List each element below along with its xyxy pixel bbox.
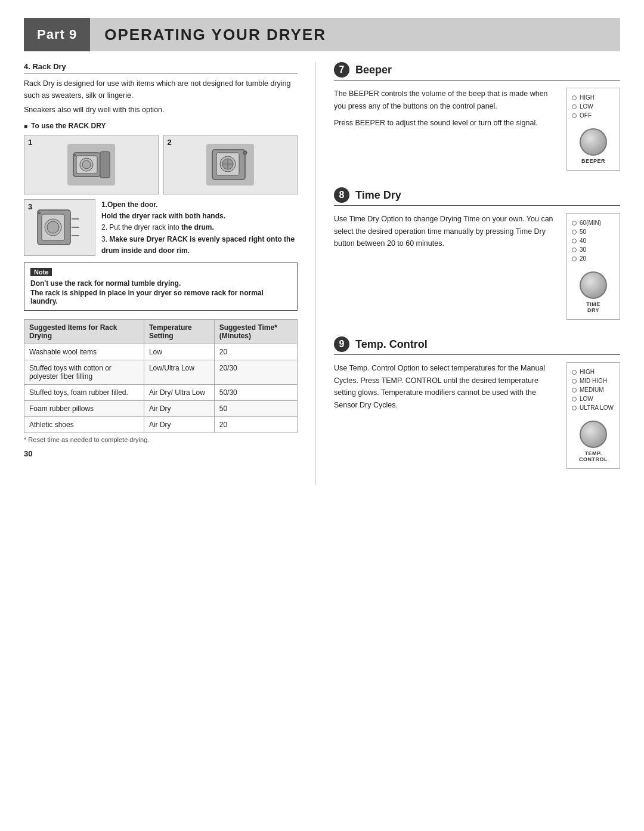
svg-rect-4 <box>100 152 110 178</box>
control-option-30: 30 <box>572 246 615 253</box>
option-label: OFF <box>580 112 592 119</box>
rack-dry-intro2: Sneakers also will dry well with this op… <box>24 104 298 116</box>
control-panel-temp_control: HIGHMID HIGHMEDIUMLOWULTRA LOWTEMP. CONT… <box>566 362 620 469</box>
table-cell-item: Washable wool items <box>24 344 144 360</box>
rack-step3-instructions: 1.Open the door. Hold the dryer rack wit… <box>101 199 298 257</box>
step3-line2: Hold the dryer rack with both hands. <box>101 212 225 220</box>
temp_control-button-label: TEMP. CONTROL <box>579 450 608 462</box>
option-label: LOW <box>580 103 593 110</box>
svg-point-12 <box>243 151 247 155</box>
control-option-low: LOW <box>572 103 615 110</box>
option-label: 30 <box>580 246 586 253</box>
section-temp_control: 9 Temp. Control Use Temp. Control Option… <box>334 336 620 469</box>
section-number-time_dry: 8 <box>334 187 349 203</box>
to-use-rack-label: To use the RACK DRY <box>24 122 298 130</box>
step2-img-placeholder <box>206 144 254 186</box>
control-option-40: 40 <box>572 237 615 244</box>
table-cell-item: Foam rubber pillows <box>24 400 144 416</box>
left-column: 4. Rack Dry Rack Dry is designed for use… <box>24 62 316 486</box>
table-row: Foam rubber pillows Air Dry 50 <box>24 400 298 416</box>
step3-num: 3 <box>28 202 32 211</box>
step1-img-placeholder <box>67 144 115 186</box>
radio-circle <box>572 239 577 243</box>
control-option-high: HIGH <box>572 369 615 375</box>
radio-circle <box>572 379 577 384</box>
step2-num: 2 <box>168 138 172 147</box>
dryer-step2-svg <box>209 147 251 183</box>
option-label: 40 <box>580 237 586 244</box>
beeper-button[interactable] <box>580 128 607 156</box>
section-beeper: 7 Beeper The BEEPER controls the volume … <box>334 62 620 171</box>
rack-step3-row: 3 1.Open the door. Hold the dryer ra <box>24 199 298 257</box>
svg-point-3 <box>82 160 91 169</box>
section-title-beeper: Beeper <box>355 64 392 76</box>
time_dry-button-label: TIME DRY <box>586 301 600 313</box>
control-option-ultralow: ULTRA LOW <box>572 404 615 411</box>
section-beeper-text: The BEEPER controls the volume of the be… <box>334 88 558 171</box>
table-cell-time: 50/30 <box>214 384 297 400</box>
table-cell-time: 20 <box>214 344 297 360</box>
control-panel-time_dry: 60(MIN)50403020TIME DRY <box>566 213 620 320</box>
section-time_dry-text: Use Time Dry Option to change Drying Tim… <box>334 213 558 320</box>
dryer-step1-svg <box>70 147 112 183</box>
rack-dry-section: 4. Rack Dry Rack Dry is designed for use… <box>24 62 298 443</box>
section-time_dry: 8 Time Dry Use Time Dry Option to change… <box>334 187 620 320</box>
control-option-60min: 60(MIN) <box>572 220 615 226</box>
control-option-medium: MEDIUM <box>572 387 615 393</box>
table-cell-item: Stuffed toys, foam rubber filled. <box>24 384 144 400</box>
section-title-time_dry: Time Dry <box>355 189 401 202</box>
section-time_dry-inner: Use Time Dry Option to change Drying Tim… <box>334 213 620 320</box>
table-cell-item: Stuffed toys with cotton or polyester fi… <box>24 360 144 384</box>
table-header-temp: Temperature Setting <box>144 319 214 344</box>
main-content: 4. Rack Dry Rack Dry is designed for use… <box>24 51 620 486</box>
section-beeper-heading: 7 Beeper <box>334 62 620 81</box>
table-row: Washable wool items Low 20 <box>24 344 298 360</box>
radio-circle <box>572 370 577 375</box>
table-footnote: * Reset time as needed to complete dryin… <box>24 436 298 443</box>
table-row: Stuffed toys with cotton or polyester fi… <box>24 360 298 384</box>
radio-circle <box>572 104 577 109</box>
step3-line3: 2. Put the dryer rack into the drum. <box>101 222 298 233</box>
right-column: 7 Beeper The BEEPER controls the volume … <box>316 62 620 486</box>
table-cell-temp: Air Dry <box>144 416 214 433</box>
table-cell-temp: Low/Ultra Low <box>144 360 214 384</box>
control-panel-beeper: HIGHLOWOFFBEEPER <box>566 88 620 171</box>
control-option-low: LOW <box>572 396 615 402</box>
svg-point-5 <box>74 154 76 156</box>
note-label: Note <box>30 268 52 276</box>
page-number: 30 <box>24 449 298 458</box>
option-label: HIGH <box>580 94 595 101</box>
table-header-time: Suggested Time* (Minutes) <box>214 319 297 344</box>
rack-step3-image: 3 <box>24 199 95 256</box>
note-text2: The rack is shipped in place in your dry… <box>30 289 291 305</box>
rack-step2-image: 2 <box>163 135 298 194</box>
table-cell-item: Athletic shoes <box>24 416 144 433</box>
note-box: Note Don't use the rack for normal tumbl… <box>24 262 298 311</box>
step1-num: 1 <box>28 138 32 147</box>
part-badge: Part 9 <box>24 18 90 51</box>
temp_control-button[interactable] <box>580 421 607 448</box>
option-label: LOW <box>580 396 593 402</box>
note-text1: Don't use the rack for normal tumble dry… <box>30 279 291 288</box>
radio-circle <box>572 95 577 100</box>
svg-point-20 <box>38 211 41 214</box>
table-row: Athletic shoes Air Dry 20 <box>24 416 298 433</box>
table-cell-time: 20 <box>214 416 297 433</box>
rack-dry-heading: 4. Rack Dry <box>24 62 298 74</box>
rack-step-images: 1 2 <box>24 135 298 194</box>
beeper-button-label: BEEPER <box>581 158 605 164</box>
dryer-step3-svg <box>35 207 85 249</box>
section-temp_control-inner: Use Temp. Control Option to select tempe… <box>334 362 620 469</box>
option-label: 20 <box>580 255 586 262</box>
radio-circle <box>572 257 577 261</box>
radio-circle <box>572 406 577 410</box>
table-cell-temp: Air Dry <box>144 400 214 416</box>
time_dry-button[interactable] <box>580 271 607 299</box>
option-label: 60(MIN) <box>580 220 601 226</box>
radio-circle <box>572 230 577 234</box>
radio-circle <box>572 397 577 401</box>
control-option-20: 20 <box>572 255 615 262</box>
svg-point-16 <box>47 221 59 233</box>
table-cell-temp: Low <box>144 344 214 360</box>
step3-line4: 3. Make sure Dryer RACK is evenly spaced… <box>101 234 298 257</box>
